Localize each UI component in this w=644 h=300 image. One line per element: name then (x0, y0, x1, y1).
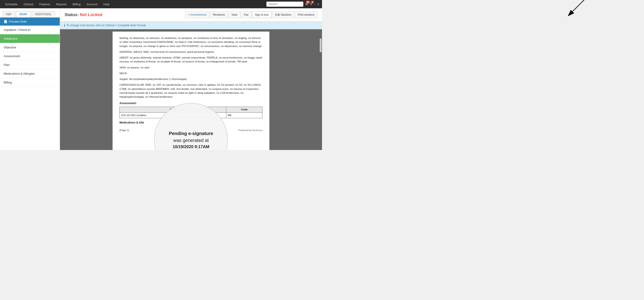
content-header: Status: Not Locked + Amendments Revision… (60, 8, 322, 21)
nav-reports[interactable]: Reports (53, 1, 70, 7)
doc-heent: HEENT: no gross deformity, sclerae anict… (120, 56, 262, 64)
esig-sub: was generated at (173, 137, 208, 144)
doc-general: GENERAL: AAOx3, NAD, normal level of con… (120, 50, 262, 54)
scrollbar[interactable] (320, 38, 322, 52)
sidebar-menu: onpatient / Check-In Subjective Objectiv… (0, 25, 60, 150)
sidebar-item-medications[interactable]: Medications & Allergies (0, 69, 60, 78)
action-buttons: + Amendments Revisions View Fax Sign & l… (185, 11, 318, 18)
nav-account[interactable]: Account (84, 1, 100, 7)
info-banner-text: To change note format, click on Clinical… (66, 24, 146, 27)
sidebar-item-plan[interactable]: Plan (0, 61, 60, 69)
amendments-button[interactable]: + Amendments (185, 11, 210, 18)
document-icon: 📄 (4, 20, 8, 23)
status-label: Status: (64, 12, 79, 17)
preview-note-label: Preview Note (9, 20, 26, 23)
sidebar-item-objective[interactable]: Objective (0, 43, 60, 52)
nav-help[interactable]: Help (100, 1, 112, 7)
table-header-code: Code (226, 107, 262, 112)
top-navigation: Schedule Clinical Patients Reports Billi… (0, 0, 322, 8)
nav-patients[interactable]: Patients (36, 1, 53, 7)
nav-billing[interactable]: Billing (70, 1, 84, 7)
edit-sections-button[interactable]: Edit Sections (272, 11, 294, 18)
tab-hp[interactable]: H&P (2, 11, 15, 17)
sidebar-item-onpatient[interactable]: onpatient / Check-In (0, 25, 60, 34)
sidebar-item-billing[interactable]: Billing (0, 78, 60, 87)
doc-supple: Supple. No lymphadenopathy/tenderness (-… (120, 77, 262, 81)
esig-title: Pending e-signature (169, 130, 213, 137)
main-layout: H&P SOAP ADDITIONAL 📄 Preview Note onpat… (0, 8, 322, 150)
status-value: Not Locked (80, 12, 102, 17)
fax-button[interactable]: Fax (241, 11, 252, 18)
nav-clinical[interactable]: Clinical (21, 1, 36, 7)
tab-soap[interactable]: SOAP (16, 11, 31, 17)
sidebar-item-subjective[interactable]: Subjective (0, 34, 60, 43)
alert-badge: 1 (311, 1, 314, 3)
search-input[interactable] (266, 1, 303, 7)
doc-neck: NECK: (120, 71, 262, 75)
mail-icon-badge[interactable]: ✉ 30 (305, 2, 308, 6)
page-label: [Page 1] (120, 128, 129, 132)
doc-body-text: fainting, no blackouts, no seizures, no … (120, 36, 262, 48)
preview-note-button[interactable]: 📄 Preview Note (0, 17, 60, 25)
nav-schedule[interactable]: Schedule (2, 1, 20, 7)
alert-icon-badge[interactable]: ≡ 1 (310, 2, 312, 6)
content-area: Status: Not Locked + Amendments Revision… (60, 8, 322, 150)
doc-preview: fainting, no blackouts, no seizures, no … (60, 29, 322, 150)
sign-lock-button[interactable]: Sign & lock (252, 11, 272, 18)
drag-icon: ⁞ (314, 2, 315, 6)
doc-page: fainting, no blackouts, no seizures, no … (112, 31, 270, 150)
revisions-button[interactable]: Revisions (210, 11, 228, 18)
info-icon: ℹ (64, 23, 65, 27)
nav-icons-area: ✉ 30 ≡ 1 ⁞ ✕ (266, 1, 320, 7)
sidebar-item-assessment[interactable]: Assessment (0, 52, 60, 61)
doc-cardio: CARDIOVASCULAR: RRR, no JVP, no carotid … (120, 83, 262, 99)
close-icon[interactable]: ✕ (317, 2, 320, 6)
doc-skin: SKIN: no lesions, no rash (120, 66, 262, 70)
tab-additional[interactable]: ADDITIONAL (32, 11, 55, 17)
mail-badge: 30 (306, 1, 310, 3)
info-banner: ℹ To change note format, click on Clinic… (60, 21, 322, 29)
print-sections-button[interactable]: Print sections (295, 11, 318, 18)
table-cell-code: ME (226, 112, 262, 118)
esig-date: 10/19/2020 9:17AM (172, 144, 209, 150)
tab-bar: H&P SOAP ADDITIONAL (0, 8, 60, 17)
status-display: Status: Not Locked (64, 12, 102, 17)
powered-by: Powered by drchrono (238, 128, 262, 132)
view-button[interactable]: View (228, 11, 240, 18)
sidebar: H&P SOAP ADDITIONAL 📄 Preview Note onpat… (0, 8, 60, 150)
